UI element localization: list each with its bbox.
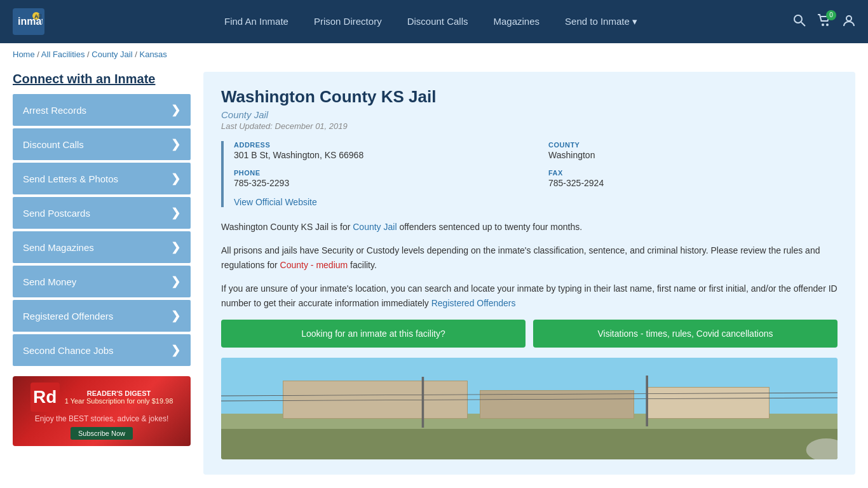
phone-label: PHONE bbox=[234, 169, 523, 177]
county-block: COUNTY Washington bbox=[548, 141, 837, 160]
svg-point-6 bbox=[822, 24, 824, 26]
logo[interactable]: inmate All bbox=[13, 8, 50, 35]
nav-links: Find An Inmate Prison Directory Discount… bbox=[69, 16, 793, 27]
sidebar-arrow-icon: ❯ bbox=[171, 206, 180, 220]
sidebar-item-label: Send Postcards bbox=[23, 208, 90, 219]
svg-point-4 bbox=[794, 15, 802, 23]
info-grid: ADDRESS 301 B St, Washington, KS 66968 C… bbox=[234, 141, 837, 188]
county-value: Washington bbox=[548, 150, 837, 160]
nav-send-to-inmate[interactable]: Send to Inmate ▾ bbox=[565, 16, 637, 27]
sidebar-arrow-icon: ❯ bbox=[171, 309, 180, 323]
nav-find-inmate[interactable]: Find An Inmate bbox=[224, 16, 288, 27]
facility-photo bbox=[221, 358, 837, 459]
sidebar-item-send-letters[interactable]: Send Letters & Photos ❯ bbox=[13, 163, 191, 194]
sidebar-item-discount-calls[interactable]: Discount Calls ❯ bbox=[13, 128, 191, 160]
description-2: All prisons and jails have Security or C… bbox=[221, 243, 837, 273]
breadcrumb-county-jail[interactable]: County Jail bbox=[92, 50, 132, 59]
user-icon-button[interactable] bbox=[843, 14, 855, 30]
sidebar-item-label: Arrest Records bbox=[23, 105, 86, 116]
search-icon-button[interactable] bbox=[793, 14, 806, 30]
ad-line2: Enjoy the BEST stories, advice & jokes! bbox=[31, 414, 173, 423]
sidebar-item-send-postcards[interactable]: Send Postcards ❯ bbox=[13, 197, 191, 229]
sidebar-item-label: Send Magazines bbox=[23, 242, 94, 253]
address-value: 301 B St, Washington, KS 66968 bbox=[234, 150, 523, 160]
svg-line-5 bbox=[801, 22, 805, 26]
fax-block: FAX 785-325-2924 bbox=[548, 169, 837, 188]
sidebar-item-label: Send Money bbox=[23, 276, 76, 287]
sidebar-item-send-money[interactable]: Send Money ❯ bbox=[13, 266, 191, 297]
sidebar-item-second-chance-jobs[interactable]: Second Chance Jobs ❯ bbox=[13, 334, 191, 366]
phone-value: 785-325-2293 bbox=[234, 178, 523, 188]
fax-label: FAX bbox=[548, 169, 837, 177]
ad-brand: READER'S DIGEST bbox=[65, 390, 173, 397]
svg-text:All: All bbox=[34, 13, 42, 20]
svg-point-13 bbox=[806, 438, 837, 459]
sidebar-arrow-icon: ❯ bbox=[171, 240, 180, 254]
logo-icon: inmate All bbox=[13, 8, 44, 35]
ad-subscribe-button[interactable]: Subscribe Now bbox=[71, 427, 133, 440]
sidebar-item-label: Send Letters & Photos bbox=[23, 173, 118, 184]
ad-content: Rd READER'S DIGEST 1 Year Subscription f… bbox=[24, 376, 180, 446]
visitations-button[interactable]: Visitations - times, rules, Covid cancel… bbox=[533, 320, 837, 348]
sidebar-item-send-magazines[interactable]: Send Magazines ❯ bbox=[13, 231, 191, 263]
sidebar-title: Connect with an Inmate bbox=[13, 72, 191, 86]
sidebar-arrow-icon: ❯ bbox=[171, 172, 180, 186]
sidebar-item-label: Second Chance Jobs bbox=[23, 345, 114, 356]
breadcrumb: Home / All Facilities / County Jail / Ka… bbox=[0, 43, 868, 65]
ad-line1: 1 Year Subscription for only $19.98 bbox=[65, 397, 173, 405]
navigation: inmate All Find An Inmate Prison Directo… bbox=[0, 0, 868, 43]
description-1: Washington County KS Jail is for County … bbox=[221, 220, 837, 234]
address-block: ADDRESS 301 B St, Washington, KS 66968 bbox=[234, 141, 523, 160]
description-3: If you are unsure of your inmate's locat… bbox=[221, 281, 837, 311]
action-buttons: Looking for an inmate at this facility? … bbox=[221, 320, 837, 348]
sidebar-item-arrest-records[interactable]: Arrest Records ❯ bbox=[13, 94, 191, 126]
nav-magazines[interactable]: Magazines bbox=[494, 16, 540, 27]
nav-discount-calls[interactable]: Discount Calls bbox=[407, 16, 468, 27]
facility-type: County Jail bbox=[221, 109, 837, 120]
sidebar-item-registered-offenders[interactable]: Registered Offenders ❯ bbox=[13, 300, 191, 332]
county-jail-link-1[interactable]: County Jail bbox=[353, 222, 397, 232]
nav-prison-directory[interactable]: Prison Directory bbox=[314, 16, 382, 27]
sidebar-item-label: Registered Offenders bbox=[23, 311, 113, 322]
ad-logo-icon: Rd bbox=[31, 383, 60, 412]
sidebar: Connect with an Inmate Arrest Records ❯ … bbox=[13, 72, 191, 475]
nav-icons: 0 bbox=[793, 14, 855, 30]
sidebar-arrow-icon: ❯ bbox=[171, 103, 180, 117]
breadcrumb-all-facilities[interactable]: All Facilities bbox=[41, 50, 85, 59]
county-label: COUNTY bbox=[548, 141, 837, 149]
county-medium-link[interactable]: County - medium bbox=[280, 260, 348, 270]
phone-block: PHONE 785-325-2293 bbox=[234, 169, 523, 188]
sidebar-arrow-icon: ❯ bbox=[171, 137, 180, 151]
svg-point-7 bbox=[826, 24, 829, 26]
sidebar-arrow-icon: ❯ bbox=[171, 274, 180, 288]
svg-point-8 bbox=[846, 16, 851, 21]
sidebar-advertisement[interactable]: Rd READER'S DIGEST 1 Year Subscription f… bbox=[13, 376, 191, 446]
breadcrumb-home[interactable]: Home bbox=[13, 50, 35, 59]
address-label: ADDRESS bbox=[234, 141, 523, 149]
cart-icon-button[interactable]: 0 bbox=[817, 14, 831, 30]
facility-title: Washington County KS Jail bbox=[221, 87, 837, 107]
facility-updated: Last Updated: December 01, 2019 bbox=[221, 121, 837, 131]
svg-line-10 bbox=[221, 398, 837, 401]
official-website-link[interactable]: View Official Website bbox=[234, 197, 317, 207]
registered-offenders-link[interactable]: Registered Offenders bbox=[431, 298, 516, 308]
sidebar-item-label: Discount Calls bbox=[23, 139, 84, 150]
info-box: ADDRESS 301 B St, Washington, KS 66968 C… bbox=[221, 141, 837, 207]
sidebar-arrow-icon: ❯ bbox=[171, 343, 180, 357]
svg-line-9 bbox=[221, 393, 837, 396]
main-content: Connect with an Inmate Arrest Records ❯ … bbox=[0, 65, 868, 481]
fax-value: 785-325-2924 bbox=[548, 178, 837, 188]
cart-badge: 0 bbox=[826, 10, 836, 20]
find-inmate-button[interactable]: Looking for an inmate at this facility? bbox=[221, 320, 526, 348]
breadcrumb-state[interactable]: Kansas bbox=[139, 50, 166, 59]
detail-panel: Washington County KS Jail County Jail La… bbox=[203, 72, 855, 475]
